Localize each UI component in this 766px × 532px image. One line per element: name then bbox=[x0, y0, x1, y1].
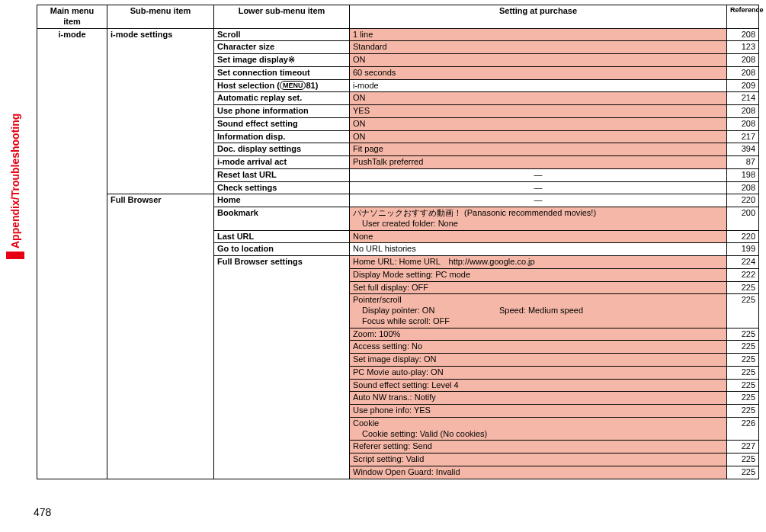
table-header-row: Main menu item Sub-menu item Lower sub-m… bbox=[37, 5, 759, 29]
cell: Set full display: OFF bbox=[350, 281, 727, 294]
side-tab: Appendix/Troubleshooting bbox=[6, 114, 24, 259]
cell: Set connection timeout bbox=[214, 66, 350, 79]
cell: 214 bbox=[727, 92, 759, 105]
cell: i-mode arrival act bbox=[214, 156, 350, 169]
settings-table: Main menu item Sub-menu item Lower sub-m… bbox=[37, 5, 759, 479]
menu-key-icon: MENU bbox=[280, 81, 306, 90]
cell: Pointer/scrollDisplay pointer: ONSpeed: … bbox=[350, 294, 727, 328]
cell: Script setting: Valid bbox=[350, 453, 727, 466]
cell: Scroll bbox=[214, 28, 350, 41]
cell: Host selection (MENU81) bbox=[214, 79, 350, 92]
cell: 225 bbox=[727, 466, 759, 479]
cell: Zoom: 100% bbox=[350, 328, 727, 341]
cell: 225 bbox=[727, 453, 759, 466]
cell: 1 line bbox=[350, 28, 727, 41]
side-bar-accent bbox=[6, 252, 24, 259]
cell: i-mode bbox=[350, 79, 727, 92]
cell: Use phone information bbox=[214, 105, 350, 118]
cell: 208 bbox=[727, 105, 759, 118]
header-sub: Sub-menu item bbox=[107, 5, 214, 29]
cell: Home URL: Home URL http://www.google.co.… bbox=[350, 256, 727, 269]
cell: Set image display: ON bbox=[350, 354, 727, 367]
cell: 225 bbox=[727, 341, 759, 354]
cell: 208 bbox=[727, 66, 759, 79]
cell: Display Mode setting: PC mode bbox=[350, 268, 727, 281]
cell: Last URL bbox=[214, 230, 350, 243]
cell: 394 bbox=[727, 143, 759, 156]
table-body: i-modei-mode settingsScroll1 line208Char… bbox=[37, 28, 759, 479]
cell: 208 bbox=[727, 28, 759, 41]
cell: ON bbox=[350, 130, 727, 143]
cell: Go to location bbox=[214, 243, 350, 256]
cell: 123 bbox=[727, 41, 759, 54]
cell: ― bbox=[350, 194, 727, 207]
header-reference: Reference bbox=[727, 5, 759, 29]
header-lower: Lower sub-menu item bbox=[214, 5, 350, 29]
cell: 208 bbox=[727, 181, 759, 194]
cell: No URL histories bbox=[350, 243, 727, 256]
cell: 222 bbox=[727, 268, 759, 281]
cell: 209 bbox=[727, 79, 759, 92]
cell: CookieCookie setting: Valid (No cookies) bbox=[350, 417, 727, 441]
cell: Use phone info: YES bbox=[350, 405, 727, 418]
cell: 87 bbox=[727, 156, 759, 169]
cell: None bbox=[350, 230, 727, 243]
page-number: 478 bbox=[34, 506, 51, 518]
cell: 60 seconds bbox=[350, 66, 727, 79]
cell: パナソニックおすすめ動画！ (Panasonic recommended mov… bbox=[350, 207, 727, 231]
cell: YES bbox=[350, 105, 727, 118]
cell: 225 bbox=[727, 405, 759, 418]
sub-menu-cell: Full Browser bbox=[107, 194, 214, 479]
table-row: i-modei-mode settingsScroll1 line208 bbox=[37, 28, 759, 41]
cell: Information disp. bbox=[214, 130, 350, 143]
cell: Automatic replay set. bbox=[214, 92, 350, 105]
cell: Standard bbox=[350, 41, 727, 54]
side-tab-label: Appendix/Troubleshooting bbox=[9, 114, 21, 248]
cell: Fit page bbox=[350, 143, 727, 156]
cell: 208 bbox=[727, 117, 759, 130]
header-setting: Setting at purchase bbox=[350, 5, 727, 29]
cell: 208 bbox=[727, 54, 759, 67]
cell: Referer setting: Send bbox=[350, 441, 727, 453]
cell: Sound effect setting: Level 4 bbox=[350, 379, 727, 392]
cell: Home bbox=[214, 194, 350, 207]
cell: 220 bbox=[727, 230, 759, 243]
cell: ― bbox=[350, 168, 727, 181]
cell: 200 bbox=[727, 207, 759, 231]
cell: 198 bbox=[727, 168, 759, 181]
cell: Check settings bbox=[214, 181, 350, 194]
settings-table-wrap: Main menu item Sub-menu item Lower sub-m… bbox=[37, 5, 759, 479]
cell: ON bbox=[350, 54, 727, 67]
cell: 199 bbox=[727, 243, 759, 256]
cell: 227 bbox=[727, 441, 759, 453]
cell: Reset last URL bbox=[214, 168, 350, 181]
cell: Window Open Guard: Invalid bbox=[350, 466, 727, 479]
lower-menu-cell: Full Browser settings bbox=[214, 256, 350, 479]
cell: Doc. display settings bbox=[214, 143, 350, 156]
sub-menu-cell: i-mode settings bbox=[107, 28, 214, 194]
cell: Auto NW trans.: Notify bbox=[350, 392, 727, 405]
cell: PushTalk preferred bbox=[350, 156, 727, 169]
cell: 225 bbox=[727, 294, 759, 328]
header-main: Main menu item bbox=[37, 5, 107, 29]
cell: 220 bbox=[727, 194, 759, 207]
cell: ON bbox=[350, 92, 727, 105]
cell: 225 bbox=[727, 281, 759, 294]
cell: Set image display※ bbox=[214, 54, 350, 67]
cell: ― bbox=[350, 181, 727, 194]
cell: PC Movie auto-play: ON bbox=[350, 366, 727, 379]
cell: Sound effect setting bbox=[214, 117, 350, 130]
cell: Access setting: No bbox=[350, 341, 727, 354]
cell: 225 bbox=[727, 328, 759, 341]
cell: 226 bbox=[727, 417, 759, 441]
cell: Bookmark bbox=[214, 207, 350, 231]
cell: Character size bbox=[214, 41, 350, 54]
cell: 224 bbox=[727, 256, 759, 269]
cell: 225 bbox=[727, 379, 759, 392]
main-menu-cell: i-mode bbox=[37, 28, 107, 479]
cell: ON bbox=[350, 117, 727, 130]
cell: 217 bbox=[727, 130, 759, 143]
cell: 225 bbox=[727, 392, 759, 405]
table-row: Full BrowserHome―220 bbox=[37, 194, 759, 207]
cell: 225 bbox=[727, 366, 759, 379]
